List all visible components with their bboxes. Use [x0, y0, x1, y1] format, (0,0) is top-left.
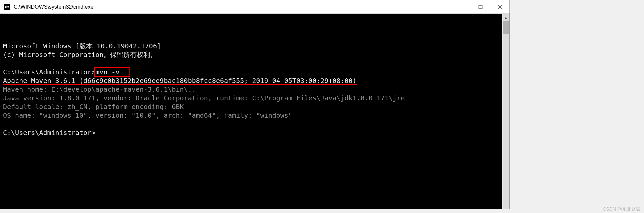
cmd-icon: C:\ [4, 4, 10, 10]
output-line: Microsoft Windows [版本 10.0.19042.1706] [3, 42, 161, 50]
prompt: C:\Users\Administrator> [3, 129, 95, 137]
minimize-button[interactable] [451, 0, 471, 13]
scroll-up-arrow[interactable]: ▲ [502, 14, 510, 21]
svg-rect-1 [479, 5, 482, 9]
window-controls [451, 0, 510, 13]
maximize-icon [478, 5, 482, 9]
output-line: OS name: "windows 10", version: "10.0", … [3, 111, 292, 119]
titlebar[interactable]: C:\ C:\WINDOWS\system32\cmd.exe [0, 0, 510, 14]
scroll-thumb[interactable] [503, 21, 509, 34]
close-icon [498, 5, 502, 9]
maven-version-line: Apache Maven 3.6.1 (d66c9c0b3152b2e69ee9… [3, 77, 357, 85]
output-line: Java version: 1.8.0_171, vendor: Oracle … [3, 94, 405, 102]
prompt: C:\Users\Administrator> [3, 68, 95, 76]
terminal-area[interactable]: Microsoft Windows [版本 10.0.19042.1706] (… [0, 14, 510, 209]
csdn-watermark: CSDN @东北赵四 [603, 206, 641, 212]
command-text: mvn -v [95, 68, 119, 76]
maximize-button[interactable] [471, 0, 490, 13]
minimize-icon [459, 5, 463, 9]
window-title: C:\WINDOWS\system32\cmd.exe [14, 4, 451, 10]
output-line: Default locale: zh_CN, platform encoding… [3, 103, 184, 111]
output-line: (c) Microsoft Corporation。保留所有权利。 [3, 51, 157, 59]
output-line: Maven home: E:\develop\apache-maven-3.6.… [3, 85, 196, 93]
close-button[interactable] [490, 0, 510, 13]
vertical-scrollbar[interactable]: ▲ [502, 14, 510, 209]
cmd-window: C:\ C:\WINDOWS\system32\cmd.exe Microsof… [0, 0, 510, 209]
terminal-content: Microsoft Windows [版本 10.0.19042.1706] (… [3, 33, 507, 146]
